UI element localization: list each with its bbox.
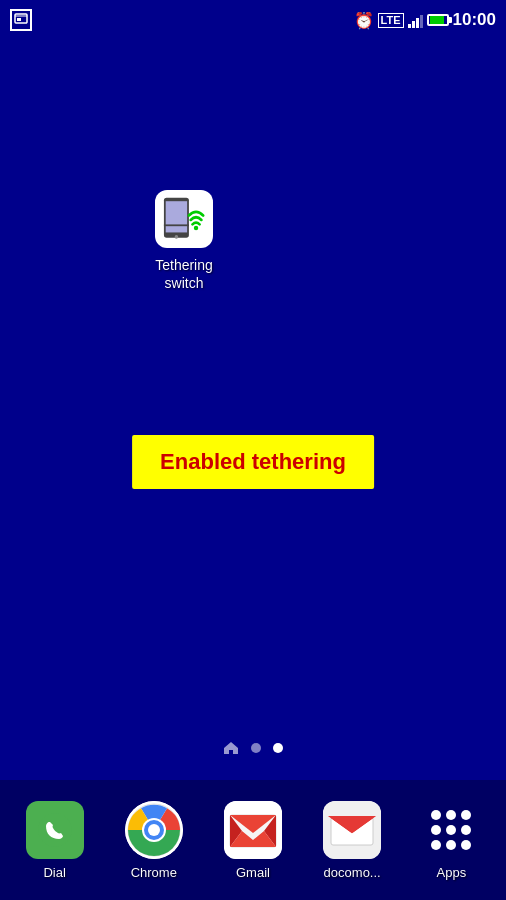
docomo-label: docomo... bbox=[324, 865, 381, 880]
svg-point-8 bbox=[38, 813, 72, 847]
page-dot-3 bbox=[273, 743, 283, 753]
svg-point-30 bbox=[446, 825, 456, 835]
status-right: ⏰ LTE 10:00 bbox=[354, 10, 496, 30]
status-left bbox=[10, 9, 32, 31]
svg-point-31 bbox=[461, 825, 471, 835]
svg-point-32 bbox=[431, 840, 441, 850]
status-time: 10:00 bbox=[453, 10, 496, 30]
dock-item-chrome[interactable]: Chrome bbox=[109, 801, 199, 880]
svg-point-28 bbox=[461, 810, 471, 820]
page-indicator bbox=[223, 741, 283, 755]
svg-rect-2 bbox=[17, 18, 21, 21]
tethering-app-label: Tethering switch bbox=[155, 256, 213, 292]
notification-banner: Enabled tethering bbox=[132, 435, 374, 489]
page-dot-2 bbox=[251, 743, 261, 753]
svg-point-7 bbox=[194, 225, 198, 229]
svg-rect-4 bbox=[166, 201, 187, 232]
chrome-icon bbox=[125, 801, 183, 859]
gmail-icon bbox=[224, 801, 282, 859]
alarm-icon: ⏰ bbox=[354, 11, 374, 30]
apps-icon bbox=[422, 801, 480, 859]
svg-point-13 bbox=[148, 824, 160, 836]
svg-point-6 bbox=[175, 235, 179, 239]
chrome-label: Chrome bbox=[131, 865, 177, 880]
dock-item-docomo[interactable]: docomo... bbox=[307, 801, 397, 880]
svg-point-33 bbox=[446, 840, 456, 850]
dock-item-gmail[interactable]: Gmail bbox=[208, 801, 298, 880]
notification-text: Enabled tethering bbox=[160, 449, 346, 474]
svg-point-27 bbox=[446, 810, 456, 820]
apps-label: Apps bbox=[437, 865, 467, 880]
dial-label: Dial bbox=[43, 865, 65, 880]
signal-icon bbox=[408, 12, 423, 28]
status-bar: ⏰ LTE 10:00 bbox=[0, 0, 506, 40]
notification-icon bbox=[10, 9, 32, 31]
svg-point-34 bbox=[461, 840, 471, 850]
svg-point-29 bbox=[431, 825, 441, 835]
tethering-app[interactable]: Tethering switch bbox=[155, 190, 213, 292]
docomo-icon bbox=[323, 801, 381, 859]
tethering-app-icon bbox=[155, 190, 213, 248]
svg-point-26 bbox=[431, 810, 441, 820]
gmail-label: Gmail bbox=[236, 865, 270, 880]
dock: Dial bbox=[0, 780, 506, 900]
svg-rect-5 bbox=[164, 224, 189, 226]
dock-item-apps[interactable]: Apps bbox=[406, 801, 496, 880]
dock-item-dial[interactable]: Dial bbox=[10, 801, 100, 880]
battery-icon bbox=[427, 14, 449, 26]
dial-icon bbox=[26, 801, 84, 859]
home-dot bbox=[223, 741, 239, 755]
lte-icon: LTE bbox=[378, 13, 404, 28]
